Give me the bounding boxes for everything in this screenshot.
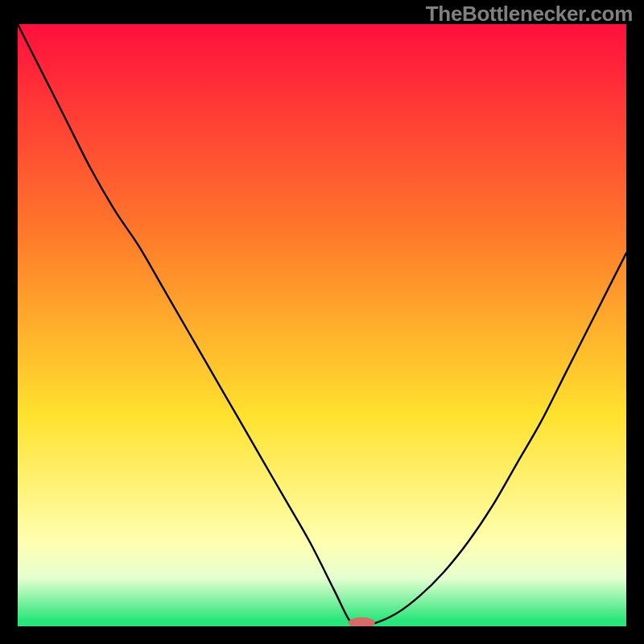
gradient-background: [18, 24, 626, 626]
plot-area: [18, 24, 626, 626]
watermark-text: TheBottlenecker.com: [426, 2, 633, 27]
bottleneck-chart: [18, 24, 626, 626]
chart-container: TheBottlenecker.com: [0, 0, 644, 644]
